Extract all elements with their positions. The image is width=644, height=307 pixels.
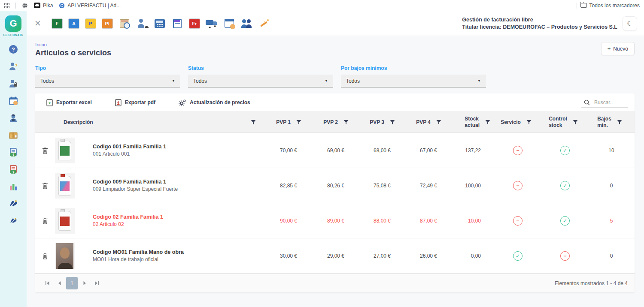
dark-mode-toggle[interactable]: ☾ xyxy=(623,16,637,31)
package-icon[interactable] xyxy=(5,126,22,144)
bajos-min-value: 0 xyxy=(588,183,635,189)
bajos-min-value: 5 xyxy=(588,218,635,224)
control-stock-status-icon: ✓ xyxy=(560,146,570,155)
calendar-icon[interactable] xyxy=(5,92,22,109)
pika-folder-icon xyxy=(34,3,40,8)
col-descripcion: Descripción xyxy=(64,119,93,125)
letter-pt-document-icon[interactable]: Pt xyxy=(102,18,113,29)
letter-fr-document-icon[interactable]: Fr xyxy=(189,18,200,29)
filter-funnel-icon[interactable] xyxy=(617,120,622,125)
user-lock-icon[interactable] xyxy=(5,75,22,92)
invoice-list-icon[interactable] xyxy=(171,18,183,29)
plus-icon: + xyxy=(608,45,611,52)
letter-f-document-icon[interactable]: F xyxy=(52,18,63,29)
pvp2-value: 80,26 € xyxy=(305,183,352,189)
bookmark-label: API VERIFACTU | Ad... xyxy=(67,3,121,9)
status-select[interactable]: Todos ▼ xyxy=(188,75,333,87)
worker-icon[interactable] xyxy=(5,109,22,126)
table-row[interactable]: Codigo MO01 Familia Mano de obraMO01 Hor… xyxy=(35,238,635,274)
gestionatu-logo[interactable]: G xyxy=(5,15,21,32)
delete-button[interactable] xyxy=(35,147,55,154)
calendar-icon[interactable] xyxy=(223,18,235,29)
globe-icon xyxy=(22,3,28,9)
filter-funnel-icon[interactable] xyxy=(526,120,532,125)
new-button-label: Nuevo xyxy=(613,46,628,52)
bookmark-verifactu[interactable]: API VERIFACTU | Ad... xyxy=(59,3,121,9)
filter-funnel-icon[interactable] xyxy=(573,120,578,125)
pvp4-value: 72,49 € xyxy=(398,183,445,189)
article-subtitle: MO01 Hora de trabajo oficial xyxy=(93,256,258,262)
delete-button[interactable] xyxy=(35,253,55,259)
filter-funnel-icon[interactable] xyxy=(343,120,349,125)
cash-register-icon[interactable] xyxy=(154,18,166,29)
page-number-button[interactable]: 1 xyxy=(66,277,78,289)
chevron-down-icon: ▼ xyxy=(477,79,481,83)
export-pdf-button[interactable]: Exportar pdf xyxy=(115,99,155,106)
truck-icon[interactable] xyxy=(206,18,218,29)
filter-label: Status xyxy=(188,65,333,71)
delete-button[interactable] xyxy=(35,182,55,189)
search-box[interactable] xyxy=(581,98,628,108)
magic-wand-icon[interactable] xyxy=(258,18,270,29)
filter-funnel-icon[interactable] xyxy=(390,120,395,125)
article-title: Codigo 001 Familia Familia 1 xyxy=(93,144,258,150)
first-page-button[interactable] xyxy=(41,277,53,289)
last-page-button[interactable] xyxy=(91,277,103,289)
purchases-document-icon[interactable]: € xyxy=(5,161,22,178)
apps-grid-icon[interactable] xyxy=(4,3,9,8)
gears-icon xyxy=(179,99,186,106)
selected-value: Todos xyxy=(40,78,54,84)
pvp1-value: 30,00 € xyxy=(262,253,305,259)
user-question-icon[interactable]: ? xyxy=(5,58,22,75)
bookmark-globe[interactable] xyxy=(22,3,28,9)
search-input[interactable] xyxy=(594,99,624,105)
servicio-status-icon: ✓ xyxy=(513,251,522,261)
export-excel-button[interactable]: x Exportar excel xyxy=(46,99,92,106)
new-button[interactable]: + Nuevo xyxy=(601,42,635,55)
users-group-icon[interactable] xyxy=(241,18,253,29)
customer-bag-icon[interactable] xyxy=(136,18,148,29)
table-row[interactable]: Codigo 009 Familia Familia 1009 Limpiado… xyxy=(35,168,635,203)
license-line1: Gestión de facturación libre xyxy=(462,16,617,24)
pvp4-value: 67,00 € xyxy=(398,147,445,154)
filter-label: Por bajos minimos xyxy=(341,65,486,71)
stock-value: 0,00 xyxy=(445,253,494,259)
servicio-status-icon: − xyxy=(513,216,522,226)
prev-page-button[interactable] xyxy=(53,277,65,289)
filter-label: Tipo xyxy=(35,65,180,71)
help-icon[interactable]: ? xyxy=(5,41,22,58)
aeat-icon[interactable] xyxy=(5,195,22,212)
tipo-select[interactable]: Todos ▼ xyxy=(35,75,180,87)
delete-button[interactable] xyxy=(35,217,55,224)
bar-chart-icon[interactable] xyxy=(5,178,22,195)
notebook-clock-icon[interactable] xyxy=(118,18,131,29)
chevron-down-icon: ▼ xyxy=(172,79,175,83)
all-bookmarks-button[interactable]: Todos los marcadores xyxy=(580,3,640,9)
next-page-button[interactable] xyxy=(79,277,91,289)
update-prices-label: Actualización de precios xyxy=(190,99,250,105)
bookmark-pika-folder[interactable]: Pika xyxy=(34,3,53,9)
table-row[interactable]: Codigo 001 Familia Familia 1001 Articulo… xyxy=(35,133,635,168)
bookmark-label: Pika xyxy=(43,3,53,9)
sales-document-icon[interactable]: € xyxy=(5,144,22,161)
filter-funnel-icon[interactable] xyxy=(436,120,441,125)
filter-funnel-icon[interactable] xyxy=(251,120,256,125)
letter-p-document-icon[interactable]: P xyxy=(85,18,96,29)
bajos-minimos-select[interactable]: Todos ▼ xyxy=(341,75,486,87)
product-image xyxy=(55,138,75,163)
col-bajos-l2: min. xyxy=(597,122,608,128)
trash-icon xyxy=(42,182,48,189)
pvp2-value: 29,00 € xyxy=(305,253,352,259)
sidebar: G GESTIONATU ? ? € € xyxy=(0,11,27,307)
filter-funnel-icon[interactable] xyxy=(485,120,490,125)
pvp2-value: 69,00 € xyxy=(305,147,352,154)
close-icon[interactable]: ✕ xyxy=(34,18,41,28)
aeat-icon-2[interactable] xyxy=(5,212,22,229)
letter-a-document-icon[interactable]: A xyxy=(68,18,79,29)
table-row[interactable]: Codigo 02 Familia Familia 102 Articulo 0… xyxy=(35,203,635,238)
update-prices-button[interactable]: Actualización de precios xyxy=(179,99,250,106)
breadcrumb[interactable]: Inicio xyxy=(35,42,111,47)
filter-funnel-icon[interactable] xyxy=(296,120,301,125)
selected-value: Todos xyxy=(346,78,360,84)
license-info: Gestión de facturación libre Titular lic… xyxy=(462,16,617,31)
